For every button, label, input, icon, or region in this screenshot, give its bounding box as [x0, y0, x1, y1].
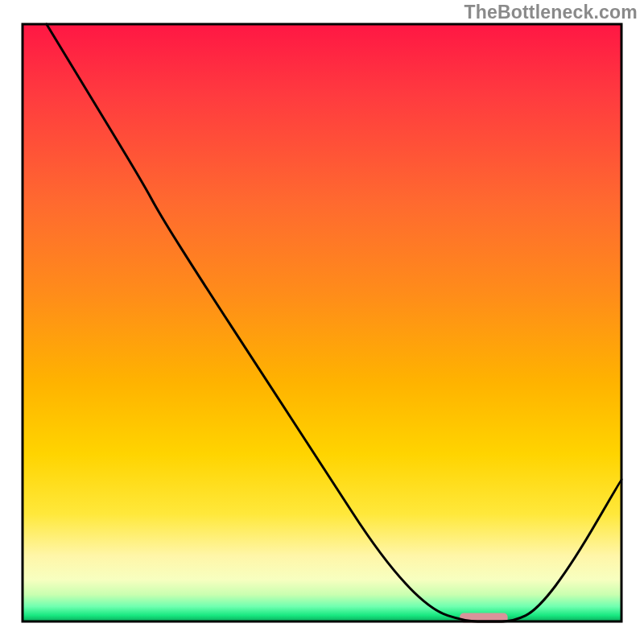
- plot-background: [23, 24, 621, 621]
- chart-svg: [0, 0, 644, 644]
- chart-stage: TheBottleneck.com: [0, 0, 644, 644]
- watermark-text: TheBottleneck.com: [464, 2, 638, 23]
